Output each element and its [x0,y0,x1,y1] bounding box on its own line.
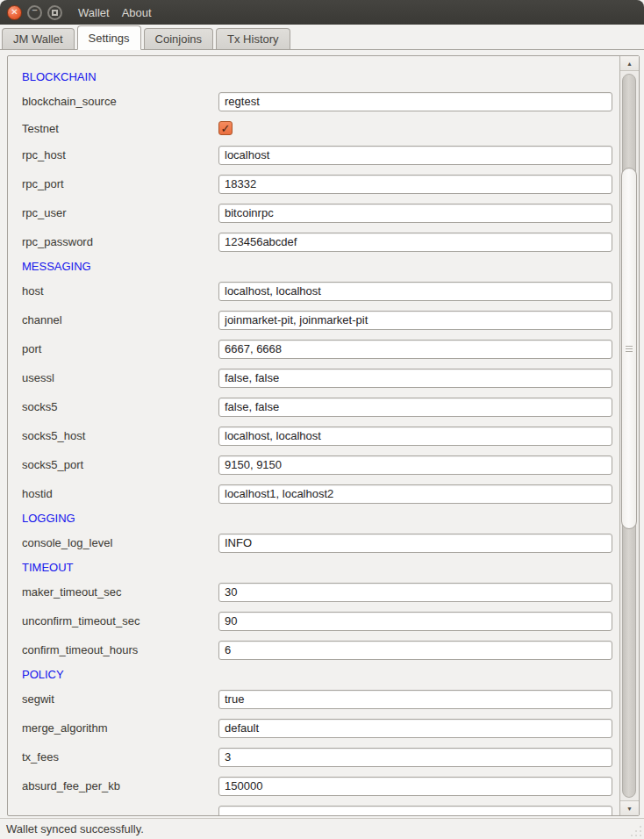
field-row: rpc_user [8,198,619,227]
menu-item-wallet[interactable]: Wallet [77,4,111,21]
input-rpc_host[interactable] [218,146,612,165]
section-header-label: LOGGING [22,512,75,525]
scrollbar-up-button[interactable]: ▲ [620,56,639,71]
field-row: unconfirm_timeout_sec [8,606,619,635]
field-row: hostid [8,479,619,508]
scrollbar-down-button[interactable]: ▼ [620,800,639,815]
field-row: socks5_host [8,421,619,450]
scrollbar-grip-icon [626,346,633,347]
input-blockchain_source[interactable] [218,92,612,111]
field-row: tx_fees [8,742,619,771]
section-header: TIMEOUT [8,557,619,577]
input-tx_fees[interactable] [218,748,612,767]
input-console_log_level[interactable] [218,534,612,553]
arrow-down-icon: ▼ [626,806,633,812]
testnet-checkbox[interactable]: ✓ [218,121,233,135]
input-socks5_port[interactable] [218,455,612,475]
field-label: Testnet [22,122,218,135]
field-label: unconfirm_timeout_sec [22,614,218,627]
settings-scroll-area: BLOCKCHAINblockchain_sourceTestnet✓rpc_h… [7,55,640,816]
field-row: rpc_port [8,169,619,198]
field-label: usessl [22,371,218,384]
close-button[interactable]: ✕ [7,5,22,20]
field-row: absurd_fee_per_kb [8,771,619,800]
input-socks5[interactable] [218,398,612,417]
input-hostid[interactable] [218,484,612,504]
input-socks5_host[interactable] [218,427,612,446]
menubar: Wallet About [77,4,153,21]
status-bar: Wallet synced successfully. [0,818,644,839]
minimize-button[interactable]: – [27,5,42,20]
maximize-button[interactable] [47,5,62,20]
input-rpc_user[interactable] [218,204,612,223]
section-header-label: POLICY [22,668,64,681]
field-row: maker_timeout_sec [8,577,619,606]
field-label: socks5_host [22,429,218,442]
input-absurd_fee_per_kb[interactable] [218,777,612,796]
section-header: BLOCKCHAIN [8,67,619,87]
close-icon: ✕ [11,8,18,17]
field-label: hostid [22,487,218,500]
field-row: segwit [8,685,619,714]
field-label: socks5 [22,400,218,413]
field-label: confirm_timeout_hours [22,643,218,656]
input-port[interactable] [218,340,612,359]
input-rpc_port[interactable] [218,175,612,194]
settings-pane: BLOCKCHAINblockchain_sourceTestnet✓rpc_h… [0,51,644,818]
input-channel[interactable] [218,311,612,330]
field-row: host [8,276,619,305]
tab-tx-history[interactable]: Tx History [216,28,290,49]
input-unconfirm_timeout_sec[interactable] [218,612,612,631]
settings-form: BLOCKCHAINblockchain_sourceTestnet✓rpc_h… [8,56,619,815]
menu-item-about[interactable]: About [121,4,153,21]
field-row: socks5_port [8,450,619,479]
field-label: rpc_port [22,177,218,190]
input-host[interactable] [218,282,612,301]
tab-coinjoins[interactable]: Coinjoins [144,28,213,49]
vertical-scrollbar[interactable]: ▲ ▼ [619,56,639,815]
field-label: socks5_port [22,458,218,471]
field-row: confirm_timeout_hours [8,635,619,664]
field-label: blockchain_source [22,95,218,108]
field-row: rpc_host [8,140,619,169]
resize-grip[interactable] [629,824,641,836]
field-label: rpc_user [22,206,218,219]
field-row [8,800,619,815]
checkmark-icon: ✓ [221,123,231,134]
maximize-icon [52,10,58,16]
field-label: port [22,342,218,355]
field-label: segwit [22,692,218,706]
minimize-icon: – [32,5,37,19]
field-row: merge_algorithm [8,714,619,742]
tab-jm-wallet[interactable]: JM Wallet [2,28,75,49]
input-maker_timeout_sec[interactable] [218,583,612,602]
input-confirm_timeout_hours[interactable] [218,641,612,660]
field-label: rpc_host [22,148,218,161]
status-text: Wallet synced successfully. [6,822,144,835]
field-row: socks5 [8,392,619,421]
section-header: MESSAGING [8,256,619,276]
field-label: channel [22,313,218,326]
field-label: rpc_password [22,235,218,248]
field-label: maker_timeout_sec [22,585,218,599]
input-segwit[interactable] [218,690,612,709]
checkbox-row: Testnet✓ [8,116,619,140]
field-row: rpc_password [8,227,619,256]
field-row: channel [8,305,619,334]
field-row: port [8,334,619,363]
input-usessl[interactable] [218,369,612,388]
field-row: usessl [8,363,619,392]
section-header: POLICY [8,664,619,685]
titlebar: ✕ – Wallet About [0,0,644,25]
tab-settings[interactable]: Settings [77,25,141,50]
window-controls: ✕ – [7,5,62,20]
input-merge_algorithm[interactable] [218,719,612,738]
input-rpc_password[interactable] [218,233,612,252]
input-partial[interactable] [218,806,612,816]
field-label: host [22,284,218,298]
scrollbar-thumb[interactable] [621,168,637,529]
arrow-up-icon: ▲ [626,61,633,67]
app-window: ✕ – Wallet About JM Wallet Settings Coin… [0,0,644,839]
field-label: merge_algorithm [22,721,218,735]
field-label: absurd_fee_per_kb [22,779,218,792]
